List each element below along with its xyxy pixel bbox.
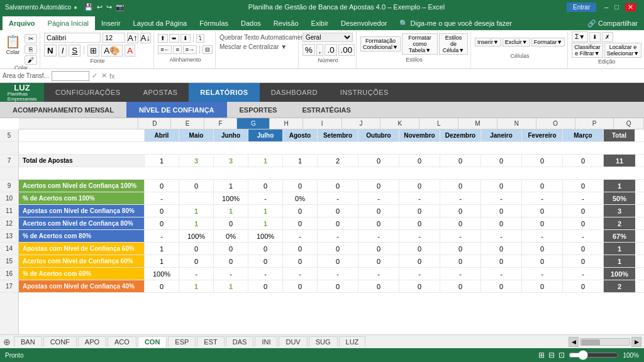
cell[interactable]: 0	[399, 205, 440, 217]
cell[interactable]: -	[481, 268, 522, 280]
cell[interactable]: 0	[179, 180, 214, 192]
cell[interactable]: 0	[563, 280, 604, 292]
cell[interactable]: 0	[358, 280, 399, 292]
cell[interactable]: 0	[318, 217, 358, 229]
border-button[interactable]: ⊞	[87, 45, 99, 57]
cell[interactable]: -	[283, 230, 318, 242]
cell[interactable]: 0	[522, 217, 563, 229]
cell[interactable]: -	[318, 230, 358, 242]
bold-button[interactable]: N	[44, 45, 57, 57]
cell[interactable]: -	[358, 268, 399, 280]
tab-arquivo[interactable]: Arquivo	[3, 16, 42, 30]
cell[interactable]: 0	[440, 217, 481, 229]
clear-button[interactable]: ✗	[602, 32, 613, 42]
toolbar-icon-redo[interactable]: ↪	[106, 3, 112, 11]
format-painter-button[interactable]: 🖌	[25, 55, 37, 65]
sub-nav-estrategias[interactable]: ESTRATÉGIAS	[289, 102, 363, 118]
cell-mode-break[interactable]: ⊡	[558, 351, 565, 359]
percent-button[interactable]: %	[303, 44, 315, 56]
cell[interactable]: -	[248, 268, 283, 280]
cell[interactable]: 100%	[248, 230, 283, 242]
cell-setembro[interactable]: Setembro	[318, 129, 358, 141]
cell[interactable]: 3	[179, 155, 214, 167]
cell[interactable]: -	[399, 230, 440, 242]
cell[interactable]: -	[318, 192, 358, 204]
cell[interactable]: 0	[399, 280, 440, 292]
cell[interactable]: 0	[145, 205, 179, 217]
insert-function-button[interactable]: fx	[109, 72, 115, 80]
align-middle-button[interactable]: ⬌	[169, 34, 179, 43]
cell[interactable]: 0	[145, 217, 179, 229]
tab-inserir[interactable]: Inserir	[95, 16, 127, 30]
scroll-right-button[interactable]: ▶	[631, 337, 641, 347]
tab-layout[interactable]: Layout da Página	[127, 16, 194, 30]
number-format-select[interactable]: Geral	[303, 33, 353, 42]
close-button[interactable]: ✕	[625, 3, 636, 11]
sheet-tab-sug[interactable]: SUG	[309, 336, 338, 347]
sheet-tab-das[interactable]: DAS	[226, 336, 254, 347]
cell[interactable]: 0%	[283, 192, 318, 204]
cell[interactable]: 0	[318, 243, 358, 255]
cell[interactable]: 0	[481, 217, 522, 229]
nav-item-apostas[interactable]: APOSTAS	[132, 83, 189, 102]
toolbar-icon-save[interactable]: 💾	[84, 3, 93, 11]
cell-julho[interactable]: Julho	[248, 129, 283, 141]
scroll-left-button[interactable]: ◀	[569, 337, 579, 347]
cut-button[interactable]: ✂	[25, 34, 37, 43]
cell[interactable]: 0	[481, 243, 522, 255]
cell[interactable]: -	[358, 230, 399, 242]
cell[interactable]: 0	[214, 217, 248, 229]
cell-novembro[interactable]: Novembro	[399, 129, 440, 141]
cell[interactable]: -	[563, 192, 604, 204]
cell[interactable]: -	[399, 268, 440, 280]
cell[interactable]: 0	[283, 243, 318, 255]
cell[interactable]: 0	[481, 255, 522, 267]
sum-button[interactable]: Σ▼	[572, 31, 588, 42]
sheet-tab-aco[interactable]: ACO	[108, 336, 136, 347]
cell[interactable]: 0	[358, 155, 399, 167]
sheet-tab-con[interactable]: CON	[138, 336, 167, 348]
cell[interactable]: -	[318, 268, 358, 280]
delete-cells-button[interactable]: Excluir▼	[502, 38, 530, 47]
formula-input[interactable]	[116, 72, 642, 80]
cell[interactable]: -	[522, 192, 563, 204]
cell[interactable]: 0	[563, 180, 604, 192]
cell-maio[interactable]: Maio	[179, 129, 214, 141]
cell-abril[interactable]: Abril	[145, 129, 179, 141]
cell[interactable]: -	[399, 192, 440, 204]
cell[interactable]: -	[563, 268, 604, 280]
cell-fevereiro[interactable]: Fevereiro	[522, 129, 563, 141]
cell[interactable]: 0	[283, 280, 318, 292]
cell[interactable]: -	[522, 230, 563, 242]
cell[interactable]: 0	[248, 180, 283, 192]
cell[interactable]: 1	[179, 217, 214, 229]
cell-outubro[interactable]: Outubro	[358, 129, 399, 141]
cell[interactable]: -	[481, 192, 522, 204]
tab-search[interactable]: 🔍 Diga-me o que você deseja fazer	[393, 16, 518, 30]
cell[interactable]: 1	[214, 180, 248, 192]
nav-item-instrucoes[interactable]: INSTRUÇÕES	[329, 83, 400, 102]
cell[interactable]: 1	[145, 243, 179, 255]
sheet-tab-conf[interactable]: CONF	[43, 336, 77, 347]
cell[interactable]: 0	[481, 205, 522, 217]
cell[interactable]: 0	[318, 205, 358, 217]
minimize-button[interactable]: –	[604, 3, 608, 11]
font-family-input[interactable]	[44, 33, 101, 43]
tab-pagina-inicial[interactable]: Página Inicial	[42, 16, 95, 30]
sheet-tab-duv[interactable]: DUV	[279, 336, 307, 347]
cell-agosto[interactable]: Agosto	[283, 129, 318, 141]
underline-button[interactable]: S	[69, 45, 80, 57]
cell[interactable]: 0	[145, 280, 179, 292]
sheet-tab-luz[interactable]: LUZ	[339, 336, 366, 347]
font-size-increase[interactable]: A↑	[127, 33, 138, 43]
align-bottom-button[interactable]: ⬇	[180, 34, 191, 43]
cell[interactable]: 0	[440, 243, 481, 255]
align-top-button[interactable]: ⬆	[158, 34, 168, 43]
font-size-decrease[interactable]: A↓	[140, 33, 152, 43]
toolbar-icon-camera[interactable]: 📷	[116, 3, 125, 11]
cell[interactable]: 1	[145, 155, 179, 167]
cell[interactable]: 0	[399, 217, 440, 229]
cell[interactable]: 0	[283, 255, 318, 267]
cell[interactable]: 0	[318, 280, 358, 292]
cell[interactable]: 1	[214, 205, 248, 217]
